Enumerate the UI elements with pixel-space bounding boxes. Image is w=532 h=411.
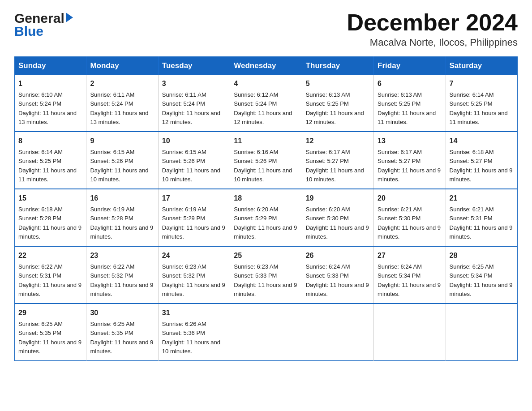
- calendar-cell: 8Sunrise: 6:14 AMSunset: 5:25 PMDaylight…: [15, 132, 86, 189]
- calendar-cell: 20Sunrise: 6:21 AMSunset: 5:30 PMDayligh…: [374, 189, 446, 246]
- calendar-week-row: 8Sunrise: 6:14 AMSunset: 5:25 PMDaylight…: [15, 132, 518, 189]
- day-info: Sunrise: 6:11 AMSunset: 5:24 PMDaylight:…: [162, 91, 220, 125]
- calendar-cell: 2Sunrise: 6:11 AMSunset: 5:24 PMDaylight…: [86, 75, 158, 132]
- calendar-cell: 28Sunrise: 6:25 AMSunset: 5:34 PMDayligh…: [446, 246, 517, 304]
- day-number: 31: [162, 308, 226, 318]
- day-number: 30: [90, 308, 154, 318]
- col-header-sunday: Sunday: [15, 57, 86, 75]
- day-info: Sunrise: 6:21 AMSunset: 5:31 PMDaylight:…: [450, 206, 513, 240]
- day-info: Sunrise: 6:16 AMSunset: 5:26 PMDaylight:…: [234, 149, 292, 183]
- calendar-cell: 11Sunrise: 6:16 AMSunset: 5:26 PMDayligh…: [230, 132, 302, 189]
- day-info: Sunrise: 6:24 AMSunset: 5:34 PMDaylight:…: [378, 263, 441, 297]
- calendar-cell: 1Sunrise: 6:10 AMSunset: 5:24 PMDaylight…: [15, 75, 86, 132]
- calendar-cell: 18Sunrise: 6:20 AMSunset: 5:29 PMDayligh…: [230, 189, 302, 246]
- col-header-thursday: Thursday: [302, 57, 373, 75]
- calendar-cell: 17Sunrise: 6:19 AMSunset: 5:29 PMDayligh…: [158, 189, 230, 246]
- day-number: 5: [306, 78, 370, 89]
- day-info: Sunrise: 6:10 AMSunset: 5:24 PMDaylight:…: [18, 91, 77, 125]
- calendar-week-row: 1Sunrise: 6:10 AMSunset: 5:24 PMDaylight…: [15, 75, 518, 132]
- calendar-cell: 5Sunrise: 6:13 AMSunset: 5:25 PMDaylight…: [302, 75, 373, 132]
- day-info: Sunrise: 6:14 AMSunset: 5:25 PMDaylight:…: [450, 91, 508, 125]
- day-info: Sunrise: 6:24 AMSunset: 5:33 PMDaylight:…: [306, 263, 369, 297]
- calendar-cell: 12Sunrise: 6:17 AMSunset: 5:27 PMDayligh…: [302, 132, 373, 189]
- day-info: Sunrise: 6:11 AMSunset: 5:24 PMDaylight:…: [90, 91, 148, 125]
- calendar-week-row: 15Sunrise: 6:18 AMSunset: 5:28 PMDayligh…: [15, 189, 518, 246]
- day-number: 2: [90, 78, 154, 89]
- day-info: Sunrise: 6:22 AMSunset: 5:31 PMDaylight:…: [18, 263, 82, 297]
- day-info: Sunrise: 6:22 AMSunset: 5:32 PMDaylight:…: [90, 263, 153, 297]
- day-number: 6: [378, 78, 442, 89]
- day-number: 17: [162, 193, 226, 204]
- calendar-header-row: SundayMondayTuesdayWednesdayThursdayFrid…: [15, 57, 518, 75]
- day-number: 27: [378, 250, 442, 261]
- day-info: Sunrise: 6:21 AMSunset: 5:30 PMDaylight:…: [378, 206, 441, 240]
- calendar-cell: 21Sunrise: 6:21 AMSunset: 5:31 PMDayligh…: [446, 189, 517, 246]
- calendar-cell: 7Sunrise: 6:14 AMSunset: 5:25 PMDaylight…: [446, 75, 517, 132]
- month-title: December 2024: [347, 11, 518, 34]
- page-header: General Blue December 2024 Macalva Norte…: [14, 11, 518, 48]
- logo: General Blue: [14, 11, 73, 39]
- calendar-cell: 30Sunrise: 6:25 AMSunset: 5:35 PMDayligh…: [86, 304, 158, 361]
- day-number: 4: [234, 78, 298, 89]
- calendar-cell: 3Sunrise: 6:11 AMSunset: 5:24 PMDaylight…: [158, 75, 230, 132]
- calendar-cell: 4Sunrise: 6:12 AMSunset: 5:24 PMDaylight…: [230, 75, 302, 132]
- day-number: 8: [18, 136, 82, 146]
- day-number: 3: [162, 78, 226, 89]
- calendar-cell: 6Sunrise: 6:13 AMSunset: 5:25 PMDaylight…: [374, 75, 446, 132]
- calendar-table: SundayMondayTuesdayWednesdayThursdayFrid…: [14, 56, 518, 361]
- calendar-cell: 26Sunrise: 6:24 AMSunset: 5:33 PMDayligh…: [302, 246, 373, 304]
- calendar-week-row: 22Sunrise: 6:22 AMSunset: 5:31 PMDayligh…: [15, 246, 518, 304]
- day-info: Sunrise: 6:20 AMSunset: 5:29 PMDaylight:…: [234, 206, 297, 240]
- calendar-cell: 23Sunrise: 6:22 AMSunset: 5:32 PMDayligh…: [86, 246, 158, 304]
- calendar-cell: 29Sunrise: 6:25 AMSunset: 5:35 PMDayligh…: [15, 304, 86, 361]
- day-number: 19: [306, 193, 370, 204]
- day-number: 7: [450, 78, 514, 89]
- day-info: Sunrise: 6:20 AMSunset: 5:30 PMDaylight:…: [306, 206, 369, 240]
- day-info: Sunrise: 6:13 AMSunset: 5:25 PMDaylight:…: [306, 91, 364, 125]
- day-number: 23: [90, 250, 154, 261]
- calendar-cell: [302, 304, 373, 361]
- logo-triangle-icon: [66, 13, 73, 22]
- calendar-cell: [230, 304, 302, 361]
- day-info: Sunrise: 6:25 AMSunset: 5:34 PMDaylight:…: [450, 263, 513, 297]
- day-info: Sunrise: 6:18 AMSunset: 5:27 PMDaylight:…: [450, 149, 513, 183]
- day-info: Sunrise: 6:18 AMSunset: 5:28 PMDaylight:…: [18, 206, 82, 240]
- calendar-cell: 22Sunrise: 6:22 AMSunset: 5:31 PMDayligh…: [15, 246, 86, 304]
- day-number: 20: [378, 193, 442, 204]
- day-info: Sunrise: 6:14 AMSunset: 5:25 PMDaylight:…: [18, 149, 77, 183]
- calendar-cell: 10Sunrise: 6:15 AMSunset: 5:26 PMDayligh…: [158, 132, 230, 189]
- day-number: 10: [162, 136, 226, 146]
- day-info: Sunrise: 6:23 AMSunset: 5:33 PMDaylight:…: [234, 263, 297, 297]
- day-info: Sunrise: 6:17 AMSunset: 5:27 PMDaylight:…: [306, 149, 364, 183]
- day-number: 26: [306, 250, 370, 261]
- col-header-friday: Friday: [374, 57, 446, 75]
- calendar-cell: 15Sunrise: 6:18 AMSunset: 5:28 PMDayligh…: [15, 189, 86, 246]
- day-info: Sunrise: 6:15 AMSunset: 5:26 PMDaylight:…: [162, 149, 220, 183]
- col-header-wednesday: Wednesday: [230, 57, 302, 75]
- day-info: Sunrise: 6:19 AMSunset: 5:28 PMDaylight:…: [90, 206, 153, 240]
- day-info: Sunrise: 6:23 AMSunset: 5:32 PMDaylight:…: [162, 263, 225, 297]
- calendar-cell: 25Sunrise: 6:23 AMSunset: 5:33 PMDayligh…: [230, 246, 302, 304]
- day-number: 14: [450, 136, 514, 146]
- day-info: Sunrise: 6:17 AMSunset: 5:27 PMDaylight:…: [378, 149, 441, 183]
- day-info: Sunrise: 6:19 AMSunset: 5:29 PMDaylight:…: [162, 206, 225, 240]
- day-number: 28: [450, 250, 514, 261]
- calendar-cell: [374, 304, 446, 361]
- logo-line2: Blue: [14, 24, 73, 39]
- day-number: 22: [18, 250, 82, 261]
- calendar-cell: 14Sunrise: 6:18 AMSunset: 5:27 PMDayligh…: [446, 132, 517, 189]
- calendar-cell: 27Sunrise: 6:24 AMSunset: 5:34 PMDayligh…: [374, 246, 446, 304]
- col-header-saturday: Saturday: [446, 57, 517, 75]
- calendar-cell: 13Sunrise: 6:17 AMSunset: 5:27 PMDayligh…: [374, 132, 446, 189]
- location-title: Macalva Norte, Ilocos, Philippines: [347, 37, 518, 48]
- day-number: 15: [18, 193, 82, 204]
- day-number: 29: [18, 308, 82, 318]
- calendar-cell: 31Sunrise: 6:26 AMSunset: 5:36 PMDayligh…: [158, 304, 230, 361]
- calendar-cell: 24Sunrise: 6:23 AMSunset: 5:32 PMDayligh…: [158, 246, 230, 304]
- day-info: Sunrise: 6:15 AMSunset: 5:26 PMDaylight:…: [90, 149, 148, 183]
- day-info: Sunrise: 6:12 AMSunset: 5:24 PMDaylight:…: [234, 91, 292, 125]
- day-number: 11: [234, 136, 298, 146]
- day-info: Sunrise: 6:25 AMSunset: 5:35 PMDaylight:…: [18, 321, 82, 355]
- day-number: 1: [18, 78, 82, 89]
- day-info: Sunrise: 6:26 AMSunset: 5:36 PMDaylight:…: [162, 321, 220, 355]
